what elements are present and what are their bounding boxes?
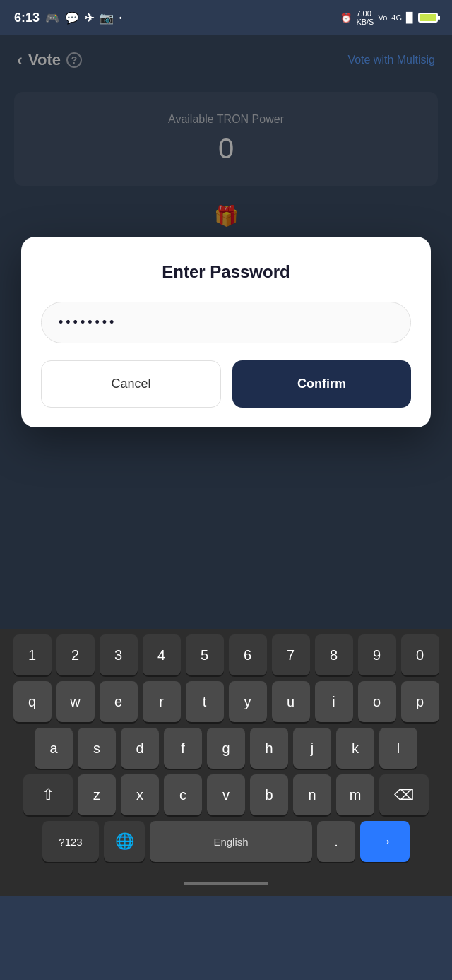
key-h[interactable]: h	[250, 728, 288, 769]
whatsapp-icon: 💬	[65, 11, 79, 25]
key-p[interactable]: p	[401, 681, 439, 722]
key-7[interactable]: 7	[272, 634, 310, 675]
signal-icon: ▉	[406, 12, 414, 23]
time: 6:13	[14, 11, 40, 25]
dialog-buttons: Cancel Confirm	[41, 360, 411, 408]
status-left: 6:13 🎮 💬 ✈ 📷 •	[14, 11, 122, 25]
keyboard-row-bottom: ?123 🌐 English . →	[3, 821, 449, 862]
dialog-title: Enter Password	[41, 262, 411, 282]
key-f[interactable]: f	[164, 728, 202, 769]
password-field[interactable]: ••••••••	[59, 315, 393, 330]
confirm-button[interactable]: Confirm	[232, 360, 411, 408]
telegram-icon: ✈	[85, 11, 94, 25]
vo-indicator: Vo	[378, 13, 387, 22]
keyboard-row-asdf: a s d f g h j k l	[3, 728, 449, 769]
cancel-button[interactable]: Cancel	[41, 360, 221, 408]
shift-key[interactable]: ⇧	[23, 774, 73, 815]
keyboard-row-numbers: 1 2 3 4 5 6 7 8 9 0	[3, 634, 449, 675]
key-z[interactable]: z	[78, 774, 116, 815]
key-9[interactable]: 9	[358, 634, 396, 675]
instagram-icon: 📷	[100, 11, 114, 25]
key-n[interactable]: n	[293, 774, 331, 815]
key-r[interactable]: r	[143, 681, 181, 722]
dot-indicator: •	[119, 14, 122, 22]
key-u[interactable]: u	[272, 681, 310, 722]
keyboard-row-zxcv: ⇧ z x c v b n m ⌫	[3, 774, 449, 815]
alarm-icon: ⏰	[340, 13, 352, 23]
key-8[interactable]: 8	[315, 634, 353, 675]
key-k[interactable]: k	[336, 728, 374, 769]
key-5[interactable]: 5	[186, 634, 224, 675]
password-input-wrapper[interactable]: ••••••••	[41, 302, 411, 343]
dialog-overlay: Enter Password •••••••• Cancel Confirm	[0, 35, 452, 629]
num-switch-key[interactable]: ?123	[42, 821, 99, 862]
keyboard-bottom-bar	[0, 870, 452, 896]
app-content: ‹ Vote ? Vote with Multisig Available TR…	[0, 35, 452, 629]
key-g[interactable]: g	[207, 728, 245, 769]
space-key[interactable]: English	[150, 821, 312, 862]
key-c[interactable]: c	[164, 774, 202, 815]
key-3[interactable]: 3	[100, 634, 138, 675]
enter-key[interactable]: →	[360, 821, 410, 862]
key-m[interactable]: m	[336, 774, 374, 815]
status-bar: 6:13 🎮 💬 ✈ 📷 • ⏰ 7.00KB/S Vo 4G ▉	[0, 0, 452, 35]
gamepad-icon: 🎮	[45, 11, 59, 25]
key-y[interactable]: y	[229, 681, 267, 722]
key-s[interactable]: s	[78, 728, 116, 769]
key-t[interactable]: t	[186, 681, 224, 722]
period-key[interactable]: .	[317, 821, 355, 862]
key-0[interactable]: 0	[401, 634, 439, 675]
battery-icon	[418, 13, 438, 23]
globe-key[interactable]: 🌐	[104, 821, 145, 862]
key-v[interactable]: v	[207, 774, 245, 815]
key-6[interactable]: 6	[229, 634, 267, 675]
key-w[interactable]: w	[56, 681, 95, 722]
backspace-key[interactable]: ⌫	[379, 774, 429, 815]
key-b[interactable]: b	[250, 774, 288, 815]
key-i[interactable]: i	[315, 681, 353, 722]
key-d[interactable]: d	[121, 728, 159, 769]
password-dialog: Enter Password •••••••• Cancel Confirm	[21, 237, 431, 427]
keyboard: 1 2 3 4 5 6 7 8 9 0 q w e r t y u i o p …	[0, 629, 452, 870]
key-l[interactable]: l	[379, 728, 417, 769]
key-x[interactable]: x	[121, 774, 159, 815]
key-a[interactable]: a	[35, 728, 73, 769]
key-1[interactable]: 1	[13, 634, 52, 675]
key-o[interactable]: o	[358, 681, 396, 722]
key-e[interactable]: e	[100, 681, 138, 722]
4g-indicator: 4G	[391, 13, 402, 22]
key-2[interactable]: 2	[56, 634, 95, 675]
speed-indicator: 7.00KB/S	[356, 9, 374, 26]
key-q[interactable]: q	[13, 681, 52, 722]
status-right: ⏰ 7.00KB/S Vo 4G ▉	[340, 9, 438, 26]
keyboard-row-qwerty: q w e r t y u i o p	[3, 681, 449, 722]
key-4[interactable]: 4	[143, 634, 181, 675]
key-j[interactable]: j	[293, 728, 331, 769]
home-indicator	[184, 882, 268, 885]
